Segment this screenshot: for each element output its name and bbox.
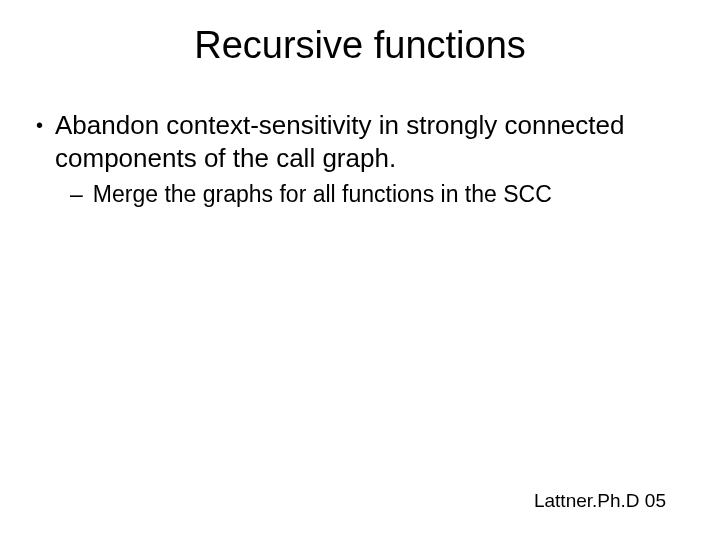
- bullet-marker-disc: •: [36, 109, 43, 141]
- bullet-level-1: • Abandon context-sensitivity in strongl…: [36, 109, 684, 174]
- slide: Recursive functions • Abandon context-se…: [0, 0, 720, 540]
- bullet-text: Merge the graphs for all functions in th…: [93, 180, 684, 209]
- slide-title: Recursive functions: [0, 24, 720, 67]
- citation: Lattner.Ph.D 05: [534, 490, 666, 512]
- bullet-marker-dash: –: [70, 180, 83, 209]
- bullet-text: Abandon context-sensitivity in strongly …: [55, 109, 684, 174]
- bullet-level-2: – Merge the graphs for all functions in …: [70, 180, 684, 209]
- slide-content: • Abandon context-sensitivity in strongl…: [0, 109, 720, 209]
